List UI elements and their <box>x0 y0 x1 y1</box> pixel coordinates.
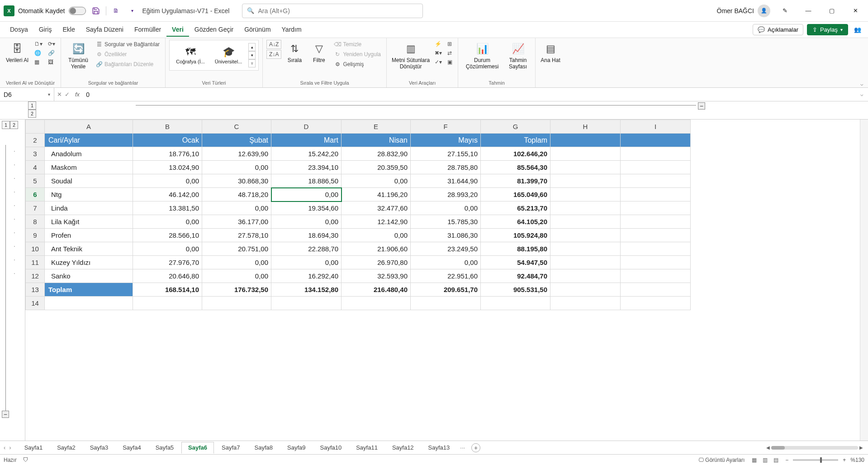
close-icon[interactable]: ✕ <box>846 4 864 18</box>
relationships-icon[interactable]: ⇄ <box>446 49 454 57</box>
cell-F8[interactable]: 15.785,30 <box>411 215 481 229</box>
sheet-tab-sayfa8[interactable]: Sayfa8 <box>248 442 280 453</box>
cell-A5[interactable]: Soudal <box>45 174 133 188</box>
column-header-D[interactable]: D <box>271 120 342 134</box>
sheet-tab-sayfa13[interactable]: Sayfa13 <box>422 442 457 453</box>
cell-C4[interactable]: 0,00 <box>202 161 271 174</box>
cell-I6[interactable] <box>621 188 691 201</box>
cell-B3[interactable]: 18.776,10 <box>133 147 202 161</box>
flash-fill-icon[interactable]: ⚡ <box>433 40 444 48</box>
minimize-icon[interactable]: — <box>799 4 817 18</box>
column-header-A[interactable]: A <box>45 120 133 134</box>
cell-A14[interactable] <box>45 297 133 310</box>
row-header-10[interactable]: 10 <box>26 242 45 256</box>
scroll-right-icon[interactable]: ▶ <box>858 445 864 450</box>
get-data-button[interactable]: 🗄 Verileri Al <box>4 40 31 65</box>
column-header-G[interactable]: G <box>481 120 550 134</box>
cell-H3[interactable] <box>550 147 621 161</box>
cell-F6[interactable]: 28.993,20 <box>411 188 481 201</box>
geography-type[interactable]: 🗺Coğrafya (İ... <box>172 46 209 64</box>
cell-H13[interactable] <box>550 283 621 297</box>
cell-I10[interactable] <box>621 242 691 256</box>
sheet-tab-sayfa7[interactable]: Sayfa7 <box>215 442 247 453</box>
queries-connections-button[interactable]: ☰Sorgular ve Bağlantılar <box>94 40 161 49</box>
add-sheet-button[interactable]: + <box>471 443 480 452</box>
column-header-E[interactable]: E <box>342 120 411 134</box>
cell-G13[interactable]: 905.531,50 <box>481 283 550 297</box>
cancel-formula-icon[interactable]: ✕ <box>57 91 62 98</box>
text-to-columns-button[interactable]: ▥ Metni Sütunlara Dönüştür <box>390 40 431 72</box>
cell-B8[interactable]: 0,00 <box>133 215 202 229</box>
zoom-in-icon[interactable]: + <box>843 457 846 463</box>
cell-G2[interactable]: Toplam <box>481 134 550 147</box>
sort-desc-button[interactable]: Z↓A <box>266 50 281 59</box>
cell-E2[interactable]: Nisan <box>342 134 411 147</box>
row-header-3[interactable]: 3 <box>26 147 45 161</box>
enter-formula-icon[interactable]: ✓ <box>65 91 70 98</box>
cell-B9[interactable]: 28.566,10 <box>133 229 202 242</box>
cell-C13[interactable]: 176.732,50 <box>202 283 271 297</box>
cell-G4[interactable]: 85.564,30 <box>481 161 550 174</box>
cell-E3[interactable]: 28.832,90 <box>342 147 411 161</box>
row-header-11[interactable]: 11 <box>26 256 45 269</box>
toggle-switch-icon[interactable] <box>69 7 86 15</box>
cell-A10[interactable]: Ant Teknik <box>45 242 133 256</box>
cell-A7[interactable]: Linda <box>45 201 133 215</box>
cell-G11[interactable]: 54.947,50 <box>481 256 550 269</box>
more-sheets-icon[interactable]: ··· <box>457 444 468 451</box>
cell-C14[interactable] <box>202 297 271 310</box>
from-picture-icon[interactable]: 🖼 <box>46 58 57 66</box>
sheet-tab-sayfa2[interactable]: Sayfa2 <box>50 442 82 453</box>
cell-G12[interactable]: 92.484,70 <box>481 269 550 283</box>
recent-sources-icon[interactable]: ⟳▾ <box>46 40 57 48</box>
save-icon[interactable] <box>90 5 102 17</box>
cell-B12[interactable]: 20.646,80 <box>133 269 202 283</box>
cell-B11[interactable]: 27.976,70 <box>133 256 202 269</box>
row-header-5[interactable]: 5 <box>26 174 45 188</box>
edit-links-button[interactable]: 🔗Bağlantıları Düzenle <box>94 60 161 69</box>
row-level-2[interactable]: 2 <box>10 121 18 129</box>
cell-B6[interactable]: 46.142,00 <box>133 188 202 201</box>
tab-ekle[interactable]: Ekle <box>57 23 80 37</box>
accessibility-icon[interactable]: ⛉ <box>23 457 28 463</box>
cell-H5[interactable] <box>550 174 621 188</box>
cell-D11[interactable]: 0,00 <box>271 256 342 269</box>
cell-D12[interactable]: 16.292,40 <box>271 269 342 283</box>
cell-G3[interactable]: 102.646,20 <box>481 147 550 161</box>
cell-F3[interactable]: 27.155,10 <box>411 147 481 161</box>
existing-connections-icon[interactable]: 🔗 <box>46 49 57 57</box>
cell-D13[interactable]: 134.152,80 <box>271 283 342 297</box>
print-preview-icon[interactable]: 🗎 <box>110 5 123 17</box>
expand-formula-bar-icon[interactable]: ⌵ <box>856 91 868 97</box>
cell-I11[interactable] <box>621 256 691 269</box>
data-validation-icon[interactable]: ✓▾ <box>433 58 444 66</box>
cell-G9[interactable]: 105.924,80 <box>481 229 550 242</box>
cell-A13[interactable]: Toplam <box>45 283 133 297</box>
from-table-icon[interactable]: ▦ <box>33 58 44 66</box>
cell-I3[interactable] <box>621 147 691 161</box>
pen-icon[interactable]: ✎ <box>776 4 794 18</box>
collapse-columns-button[interactable]: – <box>698 102 705 110</box>
outline-button[interactable]: ▤ Ana Hat <box>539 40 562 65</box>
cell-B5[interactable]: 0,00 <box>133 174 202 188</box>
cell-F5[interactable]: 31.644,90 <box>411 174 481 188</box>
customize-qat-icon[interactable]: ▾ <box>126 5 139 17</box>
cell-F11[interactable]: 0,00 <box>411 256 481 269</box>
search-box[interactable]: 🔍 <box>242 4 423 18</box>
cell-D3[interactable]: 15.242,20 <box>271 147 342 161</box>
sheet-tab-sayfa1[interactable]: Sayfa1 <box>18 442 49 453</box>
cell-H9[interactable] <box>550 229 621 242</box>
col-level-1[interactable]: 1 <box>28 101 36 110</box>
row-header-9[interactable]: 9 <box>26 229 45 242</box>
cell-I5[interactable] <box>621 174 691 188</box>
cell-H2[interactable] <box>550 134 621 147</box>
cell-H11[interactable] <box>550 256 621 269</box>
university-type[interactable]: 🎓Üniversitel... <box>210 46 247 64</box>
cell-C5[interactable]: 30.868,30 <box>202 174 271 188</box>
zoom-slider[interactable] <box>793 459 838 461</box>
cell-I9[interactable] <box>621 229 691 242</box>
filter-button[interactable]: ▽ Filtre <box>308 40 330 65</box>
cell-H10[interactable] <box>550 242 621 256</box>
cell-B10[interactable]: 0,00 <box>133 242 202 256</box>
cell-H4[interactable] <box>550 161 621 174</box>
